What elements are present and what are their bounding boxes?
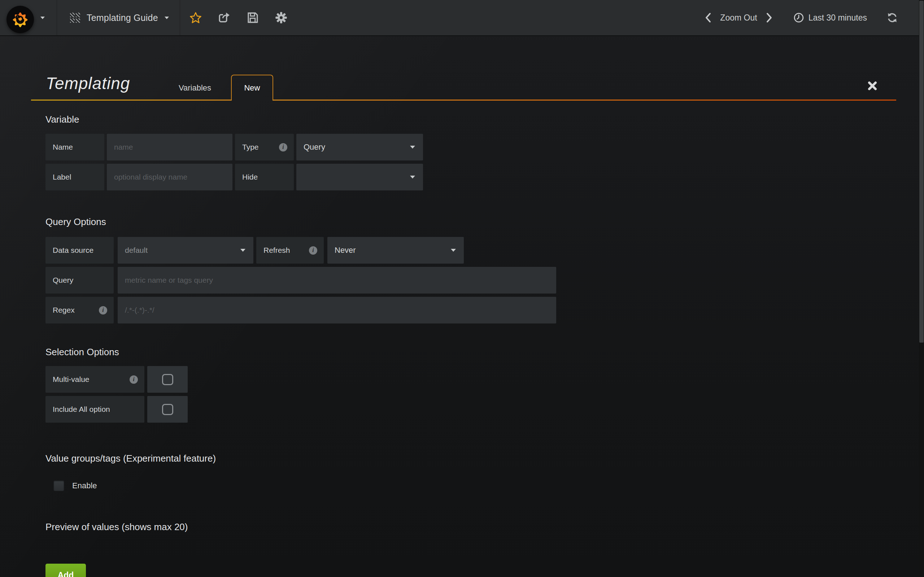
settings-button[interactable]: [267, 0, 296, 35]
refresh-label: Refresh i: [256, 237, 324, 264]
dashboard-actions: [180, 0, 296, 35]
info-icon: i: [309, 246, 317, 255]
multi-value-checkbox[interactable]: [162, 374, 173, 385]
close-icon: [867, 81, 878, 91]
time-back-button[interactable]: [699, 9, 717, 27]
add-button[interactable]: Add: [45, 564, 86, 577]
query-label: Query: [45, 267, 114, 293]
include-all-row: Include All option: [45, 396, 188, 423]
time-controls: Zoom Out Last 30 minutes: [699, 9, 924, 27]
save-button[interactable]: [239, 0, 267, 35]
scrollbar-thumb[interactable]: [919, 1, 924, 343]
caret-down-icon: [410, 146, 415, 148]
dashboard-picker[interactable]: Templating Guide: [57, 0, 180, 35]
close-button[interactable]: [867, 81, 878, 91]
regex-input[interactable]: [118, 297, 556, 324]
name-input[interactable]: [107, 134, 233, 161]
query-options-heading: Query Options: [45, 216, 106, 227]
time-forward-button[interactable]: [760, 9, 778, 27]
include-all-label: Include All option: [45, 396, 144, 423]
header-underline: [273, 100, 896, 101]
regex-row: Regex i: [45, 297, 556, 324]
label-input[interactable]: [107, 164, 233, 190]
enable-row: Enable: [53, 480, 97, 491]
share-button[interactable]: [210, 0, 239, 35]
include-all-checkbox[interactable]: [162, 404, 173, 415]
info-icon: i: [279, 143, 287, 152]
navbar: Templating Guide: [0, 0, 924, 36]
time-range-picker[interactable]: Last 30 minutes: [793, 12, 867, 23]
chevron-down-icon: [165, 16, 169, 19]
refresh-icon: [887, 12, 898, 23]
enable-checkbox[interactable]: [53, 480, 64, 491]
multi-value-row: Multi-value i: [45, 366, 188, 393]
include-all-checkbox-cell: [147, 396, 188, 423]
gear-icon: [275, 11, 288, 24]
clock-icon: [793, 12, 804, 23]
save-icon: [246, 11, 259, 24]
regex-label: Regex i: [45, 297, 114, 324]
tab-variables[interactable]: Variables: [170, 76, 220, 100]
query-row: Query: [45, 267, 556, 293]
query-options-section: Data source default Refresh i Never Quer…: [45, 237, 556, 324]
scrollbar-track: [919, 0, 924, 577]
selection-options-heading: Selection Options: [45, 347, 119, 358]
header-underline: [31, 100, 231, 101]
variable-section: Name Type i Query Label Hide: [45, 134, 423, 190]
time-range-label: Last 30 minutes: [809, 13, 867, 23]
chevron-right-icon: [765, 12, 773, 23]
refresh-select[interactable]: Never: [327, 237, 464, 264]
grafana-logo-icon: [6, 6, 34, 33]
tab-new[interactable]: New: [231, 75, 273, 101]
variable-label-row: Label Hide: [45, 164, 423, 190]
multi-value-checkbox-cell: [147, 366, 188, 393]
value-groups-heading: Value groups/tags (Experimental feature): [45, 453, 216, 464]
page-title: Templating: [46, 74, 130, 93]
share-icon: [218, 11, 231, 24]
info-icon: i: [129, 376, 138, 384]
type-label: Type i: [235, 134, 294, 161]
hide-select[interactable]: [296, 164, 423, 190]
datasource-row: Data source default Refresh i Never: [45, 237, 556, 264]
variable-name-row: Name Type i Query: [45, 134, 423, 161]
star-icon: [189, 11, 202, 24]
datasource-label: Data source: [45, 237, 114, 264]
variable-section-heading: Variable: [45, 114, 79, 125]
chevron-left-icon: [704, 12, 712, 23]
datasource-select[interactable]: default: [118, 237, 254, 264]
dashboard-icon: [70, 13, 80, 23]
dashboard-title: Templating Guide: [87, 13, 158, 23]
chevron-down-icon: [40, 16, 45, 19]
name-label: Name: [45, 134, 104, 161]
enable-label: Enable: [72, 481, 97, 490]
multi-value-label: Multi-value i: [45, 366, 144, 393]
type-select[interactable]: Query: [296, 134, 423, 161]
caret-down-icon: [241, 249, 246, 252]
info-icon: i: [99, 306, 107, 314]
caret-down-icon: [410, 176, 415, 179]
preview-heading: Preview of values (shows max 20): [45, 521, 188, 533]
grafana-menu-button[interactable]: [0, 0, 57, 35]
favorite-button[interactable]: [181, 0, 210, 35]
caret-down-icon: [451, 249, 456, 252]
query-input[interactable]: [118, 267, 556, 293]
refresh-button[interactable]: [887, 12, 898, 23]
selection-options-section: Multi-value i Include All option: [45, 366, 188, 423]
zoom-out-button[interactable]: Zoom Out: [720, 13, 757, 23]
hide-label: Hide: [235, 164, 294, 190]
label-label: Label: [45, 164, 104, 190]
